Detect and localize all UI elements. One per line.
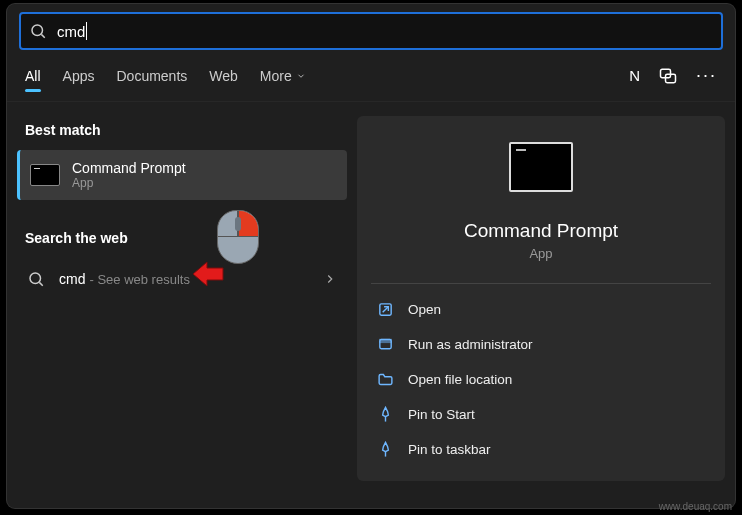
divider	[371, 283, 711, 284]
svg-line-5	[39, 282, 42, 285]
web-search-term: cmd	[59, 271, 85, 287]
text-caret	[86, 22, 87, 40]
annotation-arrow	[193, 260, 225, 288]
action-open[interactable]: Open	[371, 292, 711, 327]
search-web-label: Search the web	[17, 224, 347, 258]
best-match-label: Best match	[17, 116, 347, 150]
command-prompt-icon	[30, 164, 60, 186]
feedback-icon[interactable]	[658, 66, 678, 86]
tabs-row: All Apps Documents Web More N ···	[7, 50, 735, 102]
shield-icon	[377, 336, 394, 353]
action-run-admin[interactable]: Run as administrator	[371, 327, 711, 362]
action-label: Open	[408, 302, 441, 317]
search-icon	[27, 270, 45, 288]
start-search-window: cmd All Apps Documents Web More N ··· Be…	[7, 4, 735, 508]
svg-rect-10	[380, 340, 391, 343]
chevron-down-icon	[296, 71, 306, 81]
results-left-pane: Best match Command Prompt App Search the…	[17, 102, 347, 481]
best-match-subtitle: App	[72, 176, 186, 190]
action-label: Run as administrator	[408, 337, 533, 352]
best-match-title: Command Prompt	[72, 160, 186, 176]
action-label: Pin to taskbar	[408, 442, 491, 457]
search-icon	[29, 22, 47, 40]
svg-point-4	[30, 273, 41, 284]
svg-marker-6	[193, 262, 223, 286]
folder-icon	[377, 371, 394, 388]
svg-point-0	[32, 25, 43, 36]
tab-documents[interactable]: Documents	[116, 54, 187, 98]
pin-icon	[377, 441, 394, 458]
search-query-text: cmd	[57, 23, 85, 40]
best-match-texts: Command Prompt App	[72, 160, 186, 190]
action-label: Open file location	[408, 372, 512, 387]
tab-all[interactable]: All	[25, 54, 41, 98]
action-pin-taskbar[interactable]: Pin to taskbar	[371, 432, 711, 467]
details-pane: Command Prompt App Open Run as administr…	[357, 116, 725, 481]
action-open-file-location[interactable]: Open file location	[371, 362, 711, 397]
action-label: Pin to Start	[408, 407, 475, 422]
details-subtitle: App	[529, 246, 552, 261]
tab-apps[interactable]: Apps	[63, 54, 95, 98]
results-body: Best match Command Prompt App Search the…	[7, 102, 735, 481]
command-prompt-hero-icon	[509, 142, 573, 192]
svg-line-1	[41, 34, 44, 37]
pin-icon	[377, 406, 394, 423]
open-icon	[377, 301, 394, 318]
watermark: www.deuaq.com	[659, 501, 732, 512]
account-badge[interactable]: N	[629, 67, 640, 84]
svg-line-8	[383, 307, 389, 313]
top-right-controls: N ···	[629, 65, 717, 86]
web-search-suffix: - See web results	[89, 272, 189, 287]
tab-web[interactable]: Web	[209, 54, 238, 98]
chevron-right-icon	[323, 272, 337, 286]
best-match-result[interactable]: Command Prompt App	[17, 150, 347, 200]
search-input-container[interactable]: cmd	[19, 12, 723, 50]
actions-list: Open Run as administrator Open file loca…	[371, 292, 711, 467]
action-pin-start[interactable]: Pin to Start	[371, 397, 711, 432]
filter-tabs: All Apps Documents Web More	[25, 54, 306, 98]
web-search-item[interactable]: cmd - See web results	[17, 258, 347, 300]
search-web-section: Search the web cmd - See web results	[17, 224, 347, 300]
more-options-icon[interactable]: ···	[696, 65, 717, 86]
tab-more[interactable]: More	[260, 54, 306, 98]
tab-more-label: More	[260, 68, 292, 84]
details-title: Command Prompt	[464, 220, 618, 242]
